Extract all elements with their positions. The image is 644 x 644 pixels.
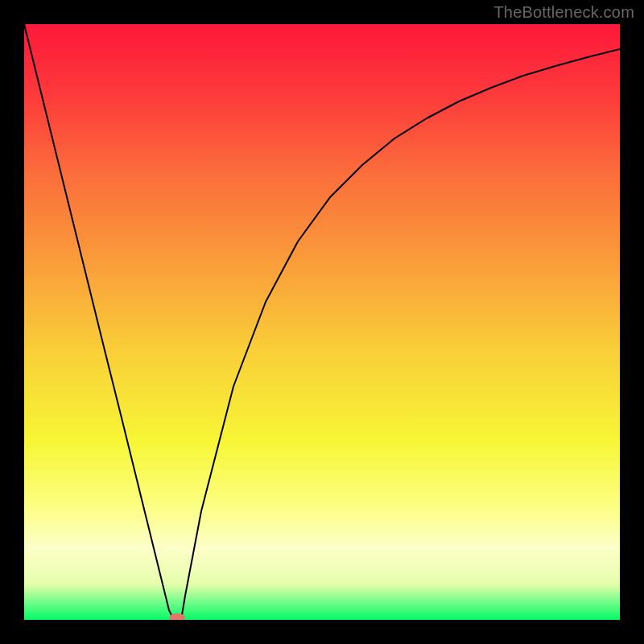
watermark-text: TheBottleneck.com — [493, 3, 634, 22]
chart-svg — [24, 24, 620, 620]
plot-area — [24, 24, 620, 620]
gradient-background — [24, 24, 620, 620]
chart-frame: TheBottleneck.com — [0, 0, 644, 644]
